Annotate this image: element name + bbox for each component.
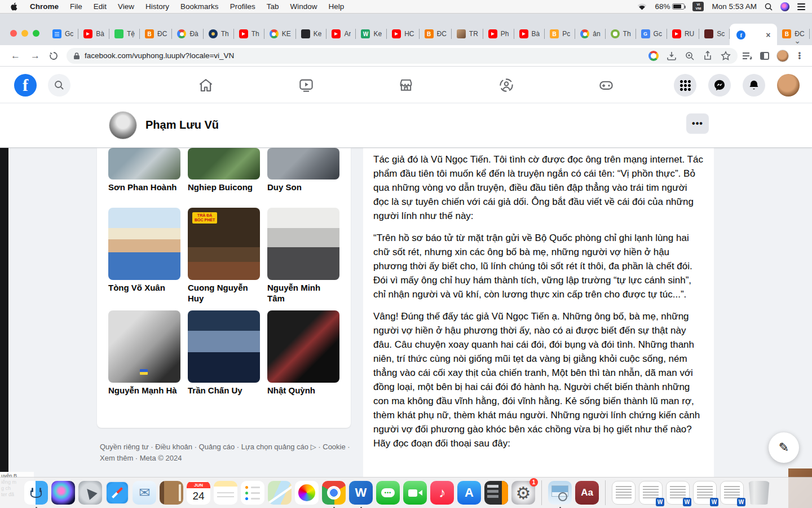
profile-avatar[interactable] xyxy=(109,111,137,139)
dock-siri[interactable] xyxy=(51,480,76,505)
friend-photo[interactable] xyxy=(188,310,260,383)
friend-cell[interactable]: Trần Chấn Uy xyxy=(188,310,260,411)
dock-dictionary[interactable]: Aa xyxy=(575,480,599,505)
friend-cell[interactable]: Nghiep Buicong xyxy=(188,148,260,208)
friend-name[interactable]: Nguyễn Minh Tâm xyxy=(267,280,339,310)
browser-tab[interactable]: ĐC xyxy=(140,24,172,44)
browser-tab[interactable]: Gc xyxy=(636,24,667,44)
close-window-button[interactable] xyxy=(10,30,17,37)
url-text[interactable]: facebook.com/vuphong.luuplv?locale=vi_VN xyxy=(85,51,644,60)
nav-groups[interactable] xyxy=(495,74,518,97)
dock-app-store[interactable]: A xyxy=(457,480,482,505)
browser-tab[interactable]: Bà xyxy=(78,24,109,44)
friend-name[interactable]: Sơn Phan Hoành xyxy=(108,179,180,208)
friend-cell[interactable]: Tòng Võ Xuân xyxy=(108,208,180,310)
side-panel-icon[interactable] xyxy=(760,52,769,60)
dock-word-document[interactable]: W xyxy=(720,480,744,505)
zoom-window-button[interactable] xyxy=(33,30,39,37)
friend-photo[interactable] xyxy=(267,310,339,383)
dock-text-document[interactable] xyxy=(611,480,636,505)
browser-tab-active-facebook[interactable]: × xyxy=(730,24,777,46)
dock-messages[interactable] xyxy=(376,480,400,505)
media-controls-icon[interactable] xyxy=(742,51,753,60)
dock-music[interactable]: ♪ xyxy=(430,480,454,505)
dock-safari[interactable] xyxy=(105,480,130,505)
browser-tab[interactable]: ĐC xyxy=(420,24,452,44)
messenger-button[interactable] xyxy=(708,74,731,97)
profile-more-button[interactable]: ••• xyxy=(686,113,709,134)
download-icon[interactable] xyxy=(667,51,677,61)
share-icon[interactable] xyxy=(703,51,713,61)
friend-name[interactable]: Nguyễn Mạnh Hà xyxy=(108,383,180,411)
friend-photo[interactable] xyxy=(267,148,339,179)
menu-clock[interactable]: Mon 5:53 AM xyxy=(712,2,757,11)
minimize-window-button[interactable] xyxy=(21,30,28,37)
dock-contacts[interactable] xyxy=(159,480,184,505)
browser-tab[interactable]: Đà xyxy=(172,24,203,44)
control-center-icon[interactable] xyxy=(797,3,805,10)
nav-gaming[interactable] xyxy=(595,74,617,97)
menu-item-help[interactable]: Help xyxy=(323,2,350,11)
browser-tab[interactable]: Ke xyxy=(296,24,327,44)
dock-calculator[interactable] xyxy=(484,480,509,505)
dock-system-preferences[interactable]: ⚙1 xyxy=(511,480,536,505)
notifications-button[interactable] xyxy=(743,74,765,97)
compose-post-button[interactable]: ✎ xyxy=(769,432,799,463)
friend-name[interactable]: Trần Chấn Uy xyxy=(188,383,260,411)
back-button[interactable]: ← xyxy=(6,50,25,62)
browser-tab[interactable]: Ph xyxy=(483,24,514,44)
browser-tab[interactable]: Gc xyxy=(47,24,78,44)
menu-item-file[interactable]: File xyxy=(64,2,88,11)
facebook-logo[interactable]: f xyxy=(14,74,37,97)
browser-tab[interactable]: Sc xyxy=(699,24,730,44)
dock-photos[interactable] xyxy=(294,480,319,505)
browser-tab[interactable]: Tệ xyxy=(109,24,140,44)
reload-button[interactable] xyxy=(48,51,59,61)
nav-home[interactable] xyxy=(195,74,217,97)
zoom-page-icon[interactable] xyxy=(685,51,695,61)
wifi-icon[interactable] xyxy=(637,3,647,10)
facebook-profile-avatar[interactable] xyxy=(777,74,800,97)
address-bar[interactable]: facebook.com/vuphong.luuplv?locale=vi_VN xyxy=(67,48,738,64)
browser-tab[interactable]: HC xyxy=(387,24,419,44)
browser-tab[interactable]: Th xyxy=(606,24,636,44)
dock-maps[interactable] xyxy=(267,480,292,505)
menu-item-edit[interactable]: Edit xyxy=(88,2,112,11)
friend-photo[interactable] xyxy=(108,310,180,383)
friend-cell[interactable]: Nhật Quỳnh xyxy=(267,310,339,411)
facebook-search-button[interactable] xyxy=(48,74,70,97)
browser-tab[interactable]: Th xyxy=(234,24,264,44)
battery-status[interactable]: 68% xyxy=(655,2,685,11)
dock-mail[interactable] xyxy=(132,480,157,505)
menu-item-history[interactable]: History xyxy=(140,2,175,11)
menu-item-view[interactable]: View xyxy=(112,2,140,11)
dock-word[interactable]: W xyxy=(348,480,373,505)
friend-name[interactable]: Nhật Quỳnh xyxy=(267,383,339,411)
apps-menu-button[interactable] xyxy=(674,74,696,97)
menu-item-window[interactable]: Window xyxy=(284,2,323,11)
browser-tab[interactable]: KE xyxy=(264,24,296,44)
dock-launchpad[interactable] xyxy=(78,480,103,505)
friend-name[interactable]: Nghiep Buicong xyxy=(188,179,260,208)
dock-word-document[interactable]: W xyxy=(665,480,690,505)
dock-finder[interactable] xyxy=(24,480,48,505)
menu-item-profiles[interactable]: Profiles xyxy=(224,2,261,11)
dock-notes[interactable] xyxy=(213,480,238,505)
friend-name[interactable]: Cuong Nguyễn Huy xyxy=(188,280,260,310)
nav-watch[interactable] xyxy=(295,74,317,97)
dock-calendar[interactable]: JUN24 xyxy=(186,480,211,505)
friend-cell[interactable]: Sơn Phan Hoành xyxy=(108,148,180,208)
chrome-menu-icon[interactable]: ••• xyxy=(796,52,805,60)
friend-cell[interactable]: Nguyễn Mạnh Hà xyxy=(108,310,180,411)
browser-tab[interactable]: Pc xyxy=(545,24,575,44)
dock-facetime[interactable] xyxy=(403,480,427,505)
input-method-icon[interactable]: VIVNI xyxy=(692,2,704,11)
friend-name[interactable]: Tòng Võ Xuân xyxy=(108,280,180,308)
forward-button[interactable]: → xyxy=(25,50,45,62)
friend-cell[interactable]: TRÀ ĐÁBỐC PHÉTCuong Nguyễn Huy xyxy=(188,208,260,310)
dock-word-document[interactable]: W xyxy=(638,480,663,505)
nav-marketplace[interactable] xyxy=(395,74,417,97)
friend-cell[interactable]: Nguyễn Minh Tâm xyxy=(267,208,339,310)
tab-search-chevron-icon[interactable]: ⌄ xyxy=(794,36,801,45)
friend-cell[interactable]: Duy Son xyxy=(267,148,339,208)
